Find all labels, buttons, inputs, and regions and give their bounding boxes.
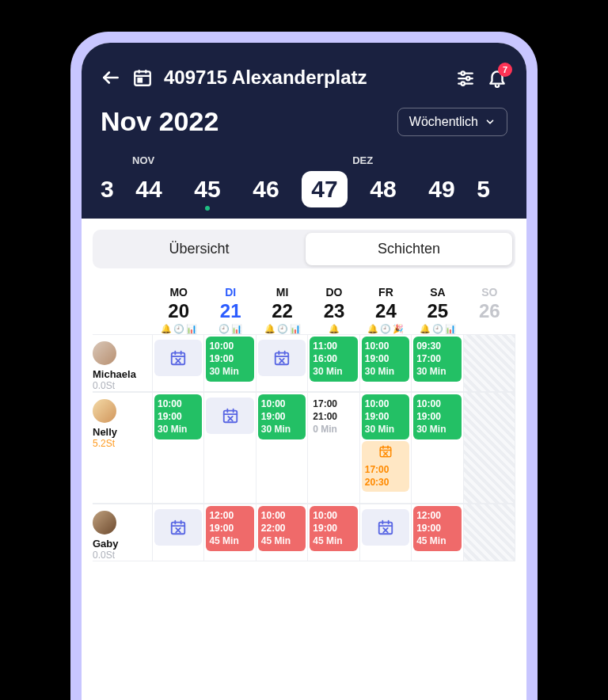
- day-column-so[interactable]: SO26: [464, 286, 515, 334]
- shift-block[interactable]: 10:0019:0030 Min: [154, 394, 202, 439]
- location-title[interactable]: 409715 Alexanderplatz: [164, 67, 444, 89]
- schedule-cell[interactable]: [464, 335, 515, 392]
- day-column-sa[interactable]: SA25🔔🕘📊: [412, 286, 463, 334]
- avatar: [93, 511, 116, 535]
- absence-placeholder[interactable]: [154, 340, 202, 376]
- day-column-di[interactable]: DI21🕘📊: [204, 286, 256, 334]
- shift-end: 19:00: [209, 522, 250, 535]
- shift-end: 19:00: [313, 522, 354, 535]
- phone-frame: 409715 Alexanderplatz 7 Nov 2022 Wöchent…: [70, 32, 538, 700]
- employee-name: Gaby: [93, 538, 119, 550]
- shift-end: 21:00: [313, 410, 354, 423]
- shift-block[interactable]: 12:0019:0045 Min: [413, 506, 461, 551]
- day-header-row: MO20🔔🕘📊DI21🕘📊MI22🔔🕘📊DO23🔔FR24🔔🕘🎉SA25🔔🕘📊S…: [93, 286, 515, 334]
- week-45[interactable]: 45: [178, 176, 237, 203]
- shift-block[interactable]: 10:0019:0030 Min: [413, 394, 461, 439]
- schedule-cell[interactable]: [360, 504, 412, 561]
- shift-block[interactable]: 09:3017:0030 Min: [413, 337, 461, 382]
- month-ruler: NOV DEZ: [101, 154, 507, 166]
- day-column-mi[interactable]: MI22🔔🕘📊: [256, 286, 308, 334]
- day-column-fr[interactable]: FR24🔔🕘🎉: [360, 286, 412, 334]
- week-selector[interactable]: 34445464748495: [101, 171, 507, 219]
- bars-icon: 📊: [231, 324, 242, 334]
- shift-start: 10:00: [261, 509, 302, 522]
- week-47[interactable]: 47: [295, 171, 354, 207]
- absence-placeholder[interactable]: [362, 509, 409, 546]
- svg-rect-36: [172, 523, 185, 535]
- shift-break: 45 Min: [209, 535, 250, 547]
- svg-rect-5: [139, 78, 142, 82]
- week-44[interactable]: 44: [120, 176, 178, 203]
- schedule-cell[interactable]: [256, 335, 308, 392]
- shift-block[interactable]: 17:0020:30: [362, 441, 409, 493]
- tab-overview[interactable]: Übersicht: [96, 233, 302, 265]
- schedule-cell[interactable]: 11:0016:0030 Min: [308, 335, 359, 392]
- week-edge-right[interactable]: 5: [471, 176, 490, 203]
- schedule-cell[interactable]: 10:0022:0045 Min: [256, 504, 308, 561]
- day-abbr: SO: [464, 286, 515, 299]
- shift-block[interactable]: 11:0016:0030 Min: [310, 337, 357, 382]
- day-abbr: MI: [256, 286, 308, 299]
- clock-icon: 🕘: [277, 324, 288, 334]
- schedule-cell[interactable]: 12:0019:0045 Min: [412, 504, 463, 561]
- back-icon[interactable]: [101, 67, 121, 88]
- day-abbr: SA: [412, 286, 463, 299]
- body: Übersicht Schichten MO20🔔🕘📊DI21🕘📊MI22🔔🕘📊…: [82, 219, 526, 561]
- shift-block[interactable]: 17:0021:000 Min: [310, 394, 357, 439]
- schedule-cell[interactable]: 10:0019:0030 Min: [412, 393, 463, 504]
- week-46[interactable]: 46: [237, 176, 295, 203]
- schedule-cell[interactable]: 10:0019:0030 Min: [153, 393, 204, 504]
- schedule-cell[interactable]: 17:0021:000 Min: [308, 393, 359, 504]
- shift-block[interactable]: 10:0019:0030 Min: [362, 394, 409, 439]
- absence-placeholder[interactable]: [258, 340, 306, 376]
- schedule-cell[interactable]: [204, 393, 256, 504]
- schedule-cell[interactable]: 12:0019:0045 Min: [204, 504, 256, 561]
- tab-shifts[interactable]: Schichten: [306, 233, 512, 265]
- shift-block[interactable]: 10:0019:0030 Min: [362, 337, 409, 382]
- shift-break: 30 Min: [158, 423, 199, 436]
- shift-block[interactable]: 10:0019:0030 Min: [206, 337, 253, 382]
- shift-end: 19:00: [365, 410, 406, 423]
- shift-break: 30 Min: [416, 365, 458, 378]
- absence-placeholder[interactable]: [154, 509, 202, 546]
- shift-block[interactable]: 10:0019:0030 Min: [258, 394, 306, 439]
- view-mode-label: Wöchentlich: [409, 115, 478, 129]
- calendar-icon: [132, 67, 153, 88]
- clock-icon: 🕘: [432, 324, 443, 334]
- schedule-cell[interactable]: 10:0019:0030 Min: [360, 335, 412, 392]
- filter-icon[interactable]: [455, 67, 476, 88]
- week-48[interactable]: 48: [354, 176, 412, 203]
- bell-icon: 🔔: [367, 324, 378, 334]
- schedule-cell[interactable]: 10:0019:0045 Min: [308, 504, 359, 561]
- day-column-mo[interactable]: MO20🔔🕘📊: [153, 286, 204, 334]
- day-column-do[interactable]: DO23🔔: [308, 286, 359, 334]
- day-number: 20: [153, 300, 204, 322]
- schedule-cell[interactable]: [464, 393, 515, 504]
- shift-end: 19:00: [261, 410, 302, 423]
- employee-cell[interactable]: Nelly5.2St: [93, 393, 153, 504]
- shift-start: 17:00: [365, 463, 406, 476]
- employee-cell[interactable]: Michaela0.0St: [93, 335, 153, 392]
- schedule-cell[interactable]: [153, 335, 204, 392]
- schedule-cell[interactable]: [153, 504, 204, 561]
- shift-start: 12:00: [209, 509, 250, 522]
- absence-placeholder[interactable]: [206, 398, 253, 434]
- shift-block[interactable]: 10:0022:0045 Min: [258, 506, 306, 551]
- week-49[interactable]: 49: [412, 176, 471, 203]
- notifications-button[interactable]: 7: [487, 67, 507, 88]
- shift-block[interactable]: 10:0019:0045 Min: [310, 506, 357, 551]
- chevron-down-icon: [484, 116, 496, 127]
- day-number: 22: [256, 300, 308, 322]
- view-mode-select[interactable]: Wöchentlich: [397, 108, 507, 136]
- week-edge-left[interactable]: 3: [101, 176, 120, 203]
- schedule-cell[interactable]: 09:3017:0030 Min: [412, 335, 463, 392]
- employee-cell[interactable]: Gaby0.0St: [93, 504, 153, 561]
- svg-rect-24: [223, 411, 237, 423]
- day-abbr: MO: [153, 286, 204, 299]
- shift-block[interactable]: 12:0019:0045 Min: [206, 506, 253, 551]
- schedule-cell[interactable]: 10:0019:0030 Min: [204, 335, 256, 392]
- schedule-cell[interactable]: [464, 504, 515, 561]
- shift-break: 45 Min: [261, 535, 302, 547]
- schedule-cell[interactable]: 10:0019:0030 Min17:0020:30: [360, 393, 412, 504]
- schedule-cell[interactable]: 10:0019:0030 Min: [256, 393, 308, 504]
